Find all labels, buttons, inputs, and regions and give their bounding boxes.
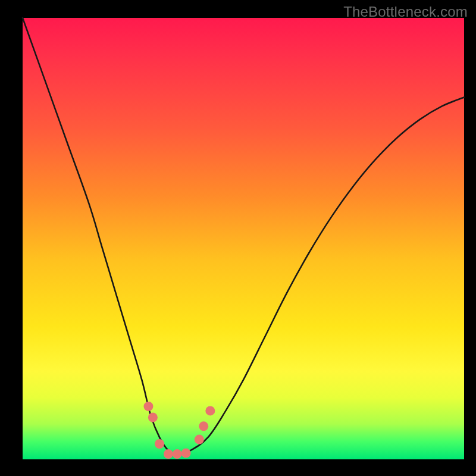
curve-layer — [23, 18, 464, 459]
curve-marker — [155, 439, 164, 449]
plot-area — [23, 18, 464, 459]
curve-marker — [181, 449, 191, 458]
curve-marker — [148, 413, 158, 422]
curve-marker — [205, 406, 215, 415]
bottleneck-curve — [23, 18, 464, 455]
chart-frame: TheBottleneck.com — [0, 0, 476, 476]
curve-marker — [195, 435, 204, 444]
curve-marker — [143, 402, 153, 411]
curve-marker — [173, 449, 182, 459]
curve-marker — [199, 421, 208, 431]
curve-markers — [143, 402, 215, 459]
curve-marker — [164, 449, 173, 459]
